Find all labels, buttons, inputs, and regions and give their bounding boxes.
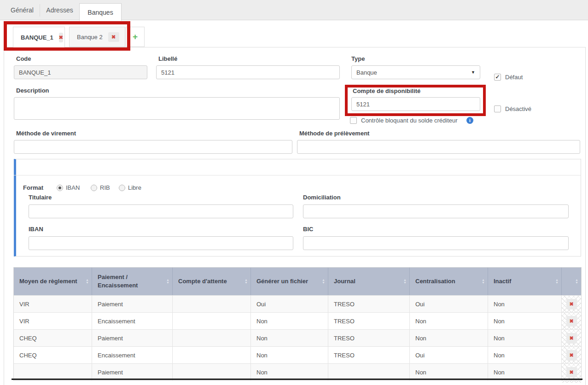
column-header-journal[interactable]: Journal▲▼ <box>328 268 410 295</box>
defaut-checkbox[interactable]: ✓ <box>494 74 501 81</box>
table-cell <box>173 347 251 363</box>
column-header-label: Paiement / Encaissement <box>98 273 162 289</box>
table-cell: Non <box>251 313 328 329</box>
table-cell: Oui <box>410 347 488 363</box>
format-radio-libre[interactable] <box>119 185 125 191</box>
format-label: Format <box>23 184 43 191</box>
format-option-label: RIB <box>100 184 110 191</box>
tab-general[interactable]: Général <box>5 0 40 20</box>
table-cell: Non <box>488 347 562 363</box>
column-header-label: Moyen de règlement <box>19 277 77 286</box>
defaut-label: Défaut <box>505 74 523 81</box>
iban-field[interactable] <box>29 236 293 250</box>
domiciliation-field[interactable] <box>303 204 569 218</box>
table-cell: TRESO <box>328 296 410 312</box>
table-cell <box>173 364 251 380</box>
bottom-divider <box>12 379 582 380</box>
rib-panel-header <box>14 159 581 175</box>
tab-label: Général <box>11 6 34 14</box>
format-radio-rib[interactable] <box>91 185 97 191</box>
table-cell: CHEQ <box>14 330 92 346</box>
methode-prelevement-label: Méthode de prélèvement <box>299 130 369 137</box>
tab-banques[interactable]: Banques <box>79 3 122 21</box>
desactive-label: Désactivé <box>505 105 531 112</box>
info-icon[interactable]: i <box>466 117 473 124</box>
delete-row-button[interactable]: ✖ <box>566 333 577 344</box>
tab-adresses[interactable]: Adresses <box>40 0 79 20</box>
titulaire-field[interactable] <box>29 204 293 218</box>
bank-tab-banque-2[interactable]: Banque 2 ✖ <box>69 27 125 47</box>
add-bank-tab-button[interactable]: + <box>126 27 145 47</box>
column-header-label: Inactif <box>494 277 511 286</box>
code-label: Code <box>16 55 31 62</box>
libelle-field[interactable] <box>156 65 340 79</box>
column-header-actions[interactable]: ▲▼ <box>562 268 581 295</box>
type-select[interactable]: Banque ▼ <box>351 65 480 79</box>
table-cell: Non <box>410 313 488 329</box>
table-cell: Non <box>251 347 328 363</box>
table-cell: Non <box>488 364 562 380</box>
table-body: VIRPaiementOuiTRESOOuiNon✖VIREncaissemen… <box>14 295 581 380</box>
domiciliation-label: Domiciliation <box>303 194 341 201</box>
table-cell: Non <box>488 313 562 329</box>
table-row: VIREncaissementNonTRESONonNon✖ <box>14 312 581 329</box>
table-cell-delete: ✖ <box>562 347 581 363</box>
table-row: CHEQEncaissementNonTRESOOuiNon✖ <box>14 346 581 363</box>
format-option-label: Libre <box>128 184 141 191</box>
table-row: CHEQPaiementNonTRESONonNon✖ <box>14 329 581 346</box>
table-cell <box>328 364 410 380</box>
table-cell: Non <box>488 330 562 346</box>
delete-row-button[interactable]: ✖ <box>566 367 577 378</box>
delete-row-button[interactable]: ✖ <box>566 299 577 309</box>
format-radio-iban[interactable] <box>57 185 63 191</box>
delete-row-button[interactable]: ✖ <box>566 316 577 327</box>
methode-prelevement-field[interactable] <box>297 140 580 154</box>
close-tab-icon[interactable]: ✖ <box>59 33 63 42</box>
bank-tab-banque-1[interactable]: BANQUE_1 ✖ <box>13 27 65 47</box>
column-header-paiement[interactable]: Paiement / Encaissement▲▼ <box>92 268 173 295</box>
delete-row-button[interactable]: ✖ <box>566 350 577 361</box>
table-cell: TRESO <box>328 313 410 329</box>
sort-icon: ▲▼ <box>403 279 407 284</box>
table-cell: Oui <box>251 296 328 312</box>
bic-field[interactable] <box>303 236 569 250</box>
plus-icon: + <box>133 32 138 42</box>
table-cell: Paiement <box>92 296 173 312</box>
table-cell: CHEQ <box>14 347 92 363</box>
column-header-inactif[interactable]: Inactif▲▼ <box>488 268 562 295</box>
table-cell: Non <box>410 330 488 346</box>
table-cell <box>173 313 251 329</box>
close-tab-icon[interactable]: ✖ <box>108 32 119 42</box>
description-label: Description <box>16 87 49 94</box>
table-cell: VIR <box>14 313 92 329</box>
code-field[interactable] <box>14 65 147 79</box>
table-cell: TRESO <box>328 330 410 346</box>
column-header-moyen[interactable]: Moyen de règlement▲▼ <box>14 268 92 295</box>
compte-disponibilite-label: Compte de disponibilité <box>353 88 420 94</box>
compte-disponibilite-field[interactable] <box>351 97 480 111</box>
column-header-generer-fichier[interactable]: Générer un fichier▲▼ <box>251 268 328 295</box>
table-cell: Encaissement <box>92 347 173 363</box>
column-header-label: Générer un fichier <box>256 277 308 286</box>
methode-virement-field[interactable] <box>14 140 292 154</box>
table-cell <box>173 296 251 312</box>
sort-icon: ▲▼ <box>322 279 325 284</box>
table-cell: Oui <box>410 296 488 312</box>
column-header-centralisation[interactable]: Centralisation▲▼ <box>410 268 488 295</box>
sort-icon: ▲▼ <box>166 279 169 284</box>
desactive-checkbox[interactable] <box>494 105 501 112</box>
controle-bloquant-checkbox[interactable] <box>350 117 357 124</box>
table-cell: VIR <box>14 296 92 312</box>
description-field[interactable] <box>14 97 340 120</box>
table-cell: Non <box>251 364 328 380</box>
table-row: VIRPaiementOuiTRESOOuiNon✖ <box>14 295 581 312</box>
check-icon: ✓ <box>495 74 500 80</box>
column-header-label: Centralisation <box>415 277 455 286</box>
column-header-label: Journal <box>334 277 355 286</box>
column-header-label: Compte d'attente <box>178 277 227 286</box>
tab-label: Adresses <box>46 6 73 14</box>
table-cell-delete: ✖ <box>562 364 581 380</box>
hatch-remnant <box>562 380 581 383</box>
table-cell: Non <box>251 330 328 346</box>
column-header-compte-attente[interactable]: Compte d'attente▲▼ <box>173 268 251 295</box>
